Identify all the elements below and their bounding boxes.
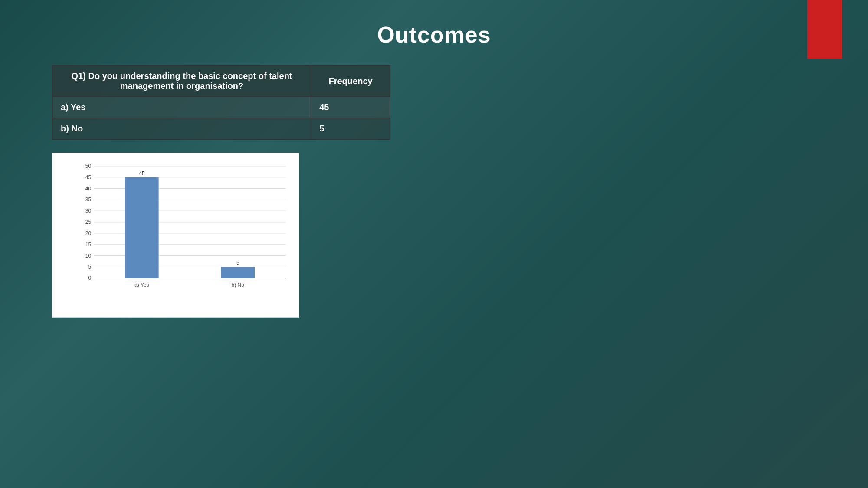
data-table-container: Q1) Do you understanding the basic conce… bbox=[52, 65, 868, 140]
svg-text:20: 20 bbox=[85, 230, 92, 236]
page-title: Outcomes bbox=[0, 22, 868, 48]
svg-text:15: 15 bbox=[85, 242, 92, 248]
bar-chart-container: 0510152025303540455045a) Yes5b) No bbox=[52, 153, 299, 318]
table-cell-label: b) No bbox=[52, 118, 311, 139]
table-row: a) Yes 45 bbox=[52, 97, 390, 118]
svg-text:25: 25 bbox=[85, 219, 92, 225]
svg-text:30: 30 bbox=[85, 208, 92, 214]
frequency-column-header: Frequency bbox=[311, 66, 390, 97]
svg-text:0: 0 bbox=[88, 275, 91, 281]
svg-text:50: 50 bbox=[85, 163, 92, 169]
frequency-table: Q1) Do you understanding the basic conce… bbox=[52, 65, 390, 140]
svg-text:5: 5 bbox=[236, 260, 239, 266]
table-cell-label: a) Yes bbox=[52, 97, 311, 118]
svg-text:35: 35 bbox=[85, 197, 92, 203]
svg-text:45: 45 bbox=[139, 170, 145, 177]
svg-text:45: 45 bbox=[85, 174, 92, 180]
question-column-header: Q1) Do you understanding the basic conce… bbox=[52, 66, 311, 97]
table-cell-value: 5 bbox=[311, 118, 390, 139]
table-row: b) No 5 bbox=[52, 118, 390, 139]
red-accent-rectangle bbox=[807, 0, 842, 59]
svg-rect-23 bbox=[125, 177, 158, 278]
svg-text:a) Yes: a) Yes bbox=[134, 282, 149, 288]
svg-text:40: 40 bbox=[85, 186, 92, 192]
bar-chart-svg: 0510152025303540455045a) Yes5b) No bbox=[76, 162, 290, 295]
svg-text:5: 5 bbox=[88, 264, 91, 270]
svg-text:10: 10 bbox=[85, 253, 92, 259]
svg-text:b) No: b) No bbox=[232, 282, 245, 288]
svg-rect-26 bbox=[221, 267, 255, 278]
table-cell-value: 45 bbox=[311, 97, 390, 118]
table-header-row: Q1) Do you understanding the basic conce… bbox=[52, 66, 390, 97]
